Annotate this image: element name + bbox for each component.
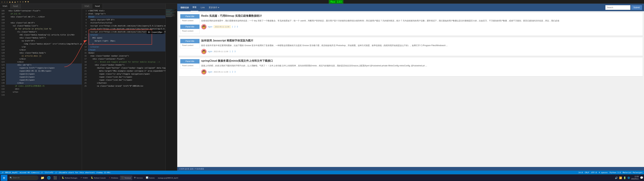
status-pos[interactable]: 14:8 — [578, 172, 583, 174]
main-container: ⚠ ⚠ ⚠ ▲ ▲ ▲ ✕ ✕ ✕ ▼ ▼ Max 133 html head … — [0, 0, 644, 181]
statistic-label: Statistic — [149, 177, 155, 179]
post2-date: 2022-05-11 11:08 — [214, 50, 228, 52]
taskbar-icon-1[interactable]: 📁 — [40, 175, 46, 181]
todo-icon: ✓ — [80, 176, 82, 179]
code-line: 23 <span class="icon-bar"></span> — [82, 76, 166, 78]
left-tab-head[interactable]: head — [10, 4, 21, 8]
tray-icon-2[interactable]: 📶 — [619, 176, 622, 179]
code-line: 19 <div class="navbar-header"> — [82, 64, 166, 66]
post1-panel-title: Panel title — [180, 14, 200, 18]
post1-num1[interactable]: 1 — [232, 26, 233, 28]
notification-icon[interactable]: 💬 — [640, 176, 643, 179]
taskbar-icon-3[interactable]: ⬛ — [52, 175, 58, 181]
blog-content[interactable]: Panel title Panel content Panel title Pa… — [177, 11, 644, 167]
post2-author: egon — [208, 50, 212, 53]
code-line: 111 <ul class="media-list"> — [0, 24, 82, 28]
right-tab-html[interactable]: html — [82, 4, 92, 8]
todo-label: TODO — [83, 177, 88, 179]
post1-num2[interactable]: 2 — [234, 26, 236, 28]
post2-meta: 🧑 egon 2022-05-11 11:08 1 2 3 — [201, 49, 641, 54]
post1-date: 2022-05-11 11:08 — [214, 26, 230, 28]
post3-panel-content: Panel content — [180, 64, 200, 68]
windows-start-button[interactable]: ⊞ — [1, 175, 7, 181]
statistic-tab[interactable]: 📊 Statistic — [144, 176, 156, 180]
code-line: 13 </style> — [82, 46, 166, 48]
left-tab-html[interactable]: html — [0, 4, 10, 8]
status-right: 14:8 CRLF UTF-8 4 spaces Python 3.8 Mate… — [578, 172, 643, 174]
status-theme: Material Palenight — [623, 172, 643, 174]
code-line: 4 <meta charset="UTF-8"> — [82, 18, 166, 22]
terminal-label: Terminal — [124, 177, 131, 179]
console-tab[interactable]: 🐍 Python Console — [90, 176, 107, 180]
taskbar-search[interactable]: 🔍 Search — [8, 176, 38, 180]
post2-num2[interactable]: 2 — [232, 50, 233, 53]
code-line: 25 </button> — [82, 82, 166, 84]
python-icon: 🐍 — [62, 176, 64, 179]
code-line: 121 {{ article.desc }} — [0, 54, 82, 58]
blog-nav-blog[interactable]: 博客 — [191, 4, 198, 11]
blog-post-2: Panel title Panel content 如何使用 Javascrip… — [178, 37, 643, 56]
post3-title[interactable]: springCloud 微服务通过minio实现文件上传和文件下载接口 — [201, 59, 641, 63]
code-line: 15<body> — [82, 52, 166, 54]
problems-tab[interactable]: ⚠ Problems — [107, 176, 120, 180]
code-line: 118 </a> — [0, 46, 82, 48]
code-line: 120 <div class="media-body"> — [0, 52, 82, 54]
post1-num3[interactable]: 3 — [237, 26, 238, 28]
blog-submit-button[interactable]: Submit — [631, 5, 642, 10]
right-lines: 1<!DOCTYPE html>2<html lang="en">3<head>… — [82, 9, 166, 88]
post1-title[interactable]: Redis 实战篇：巧用Bitmap 实现亿级海量数据统计 — [201, 14, 641, 18]
code-line: 130 </div> — [0, 82, 82, 84]
taskbar-icon-2[interactable]: 🌐 — [46, 175, 52, 181]
blog-nav-link[interactable]: Link — [199, 4, 206, 11]
blog-search-input[interactable] — [605, 5, 630, 10]
post3-num1[interactable]: 1 — [230, 71, 231, 73]
blog-brand[interactable]: BBS18 — [179, 6, 190, 9]
taskbar-search-icon: 🔍 — [10, 177, 12, 179]
code-line: 134 — [0, 94, 82, 96]
left-code-scroll[interactable]: 106 <div CLASS="container-fluid">107 {# … — [0, 9, 82, 171]
terminal-tab[interactable]: ⬛ Terminal — [120, 176, 132, 180]
code-line: 22 <span class="sr-only">Toggle navigati… — [82, 72, 166, 76]
post1-panel-title2: Panel title — [180, 24, 200, 29]
code-line: 114 <h6 class="media-heading">{{ article… — [0, 34, 82, 36]
post3-meta: 🧑 egon 2022-05-11 11:08 1 2 3 — [201, 69, 641, 74]
right-tab-head[interactable]: head — [92, 4, 103, 8]
warning-bar: ⚠ ⚠ ⚠ ▲ ▲ ▲ ✕ ✕ ✕ ▼ ▼ Max 133 — [0, 0, 644, 4]
todo-tab[interactable]: ✓ TODO — [79, 176, 89, 180]
clock[interactable]: 12:09 2022/5/11 — [631, 176, 639, 180]
tray-icon-4[interactable]: 🌐 — [628, 177, 630, 179]
services-tab[interactable]: ⚙ Services — [132, 176, 144, 180]
tray-icon-1[interactable]: 🔊 — [615, 176, 618, 179]
post1-panel-content2: Panel content — [180, 29, 200, 34]
post1-panels: Panel title Panel content Panel title Pa… — [180, 14, 200, 34]
status-charset[interactable]: UTF-8 — [591, 172, 597, 174]
code-line: 16 <nav class="navbar navbar-inverse"> — [82, 54, 166, 58]
post1-body: Redis 实战篇：巧用Bitmap 实现亿级海量数据统计 在移动应用的业务场景… — [201, 14, 641, 34]
problems-label: Problems — [111, 177, 118, 179]
post2-text: 前些 在软件开发中肯定要用到图标，比如下图的 Groove 音乐中就用到了音多图… — [201, 44, 641, 47]
post2-title[interactable]: 如何使用 Javascript 将图标字体渲染为图片 — [201, 39, 641, 42]
post2-body: 如何使用 Javascript 将图标字体渲染为图片 前些 在软件开发中肯定要用… — [201, 39, 641, 54]
right-editor: html head 1<!DOCTYPE html>2<html lang="e… — [82, 4, 166, 171]
post2-num1[interactable]: 1 — [230, 50, 231, 53]
status-crlf[interactable]: CRLF — [585, 172, 589, 174]
code-line: 131 {# index.总结评论点赞数量的 #} — [0, 84, 82, 88]
blog-nav-more[interactable]: 更多操作 ▾ — [207, 4, 221, 11]
code-line: 117 <img class="media-object" src="/stat… — [0, 42, 82, 46]
blog-post-3: Panel title Panel content springCloud 微服… — [178, 58, 643, 76]
annotation-box: 加一{span}的px — [147, 30, 164, 34]
code-line: 116 <a href="#"> — [0, 40, 82, 42]
post3-num3[interactable]: 3 — [234, 71, 236, 73]
post2-num3[interactable]: 3 — [234, 50, 236, 53]
services-label: Services — [136, 177, 143, 179]
manage-tab[interactable]: manage.py@BBS18_day01 — [156, 176, 180, 180]
post2-avatar: 🧑 — [201, 49, 206, 54]
post3-date: 2022-05-11 11:08 — [214, 71, 228, 73]
post3-num2[interactable]: 2 — [232, 71, 233, 73]
python-packages-label: Python Packages — [65, 177, 78, 179]
python-packages-tab[interactable]: 🐍 Python Packages — [60, 176, 79, 180]
status-spaces[interactable]: 4 spaces — [599, 172, 608, 174]
status-language[interactable]: Python 3.8 — [610, 172, 621, 174]
tray-icon-3[interactable]: 🔋 — [623, 176, 626, 179]
code-line: 26 <a class="navbar-brand" href="#">BBS1… — [82, 84, 166, 88]
